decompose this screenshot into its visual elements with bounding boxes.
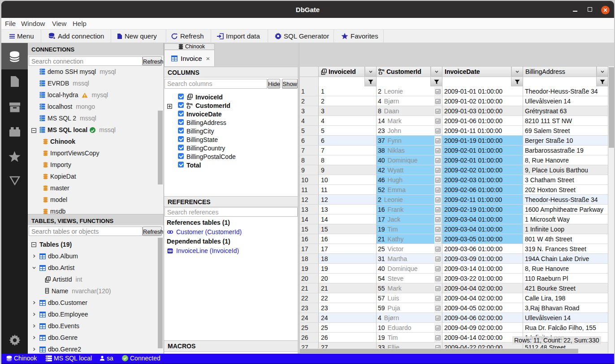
svg-text:1: 1 (48, 277, 50, 281)
svg-text:1: 1 (324, 69, 326, 73)
svg-text:1: 1 (190, 94, 192, 98)
